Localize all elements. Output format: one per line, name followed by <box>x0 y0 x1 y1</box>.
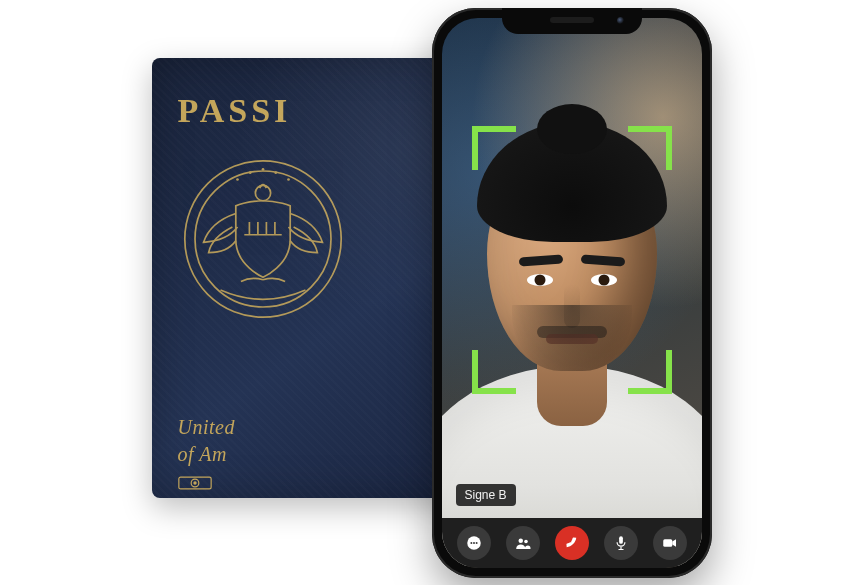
svg-point-20 <box>518 538 523 543</box>
svg-rect-22 <box>619 536 623 544</box>
microphone-icon <box>612 534 630 552</box>
passport-country-text: United of Am <box>178 414 235 468</box>
svg-point-21 <box>524 539 528 543</box>
phone-screen: Signe B <box>442 18 702 568</box>
hangup-icon <box>563 534 581 552</box>
svg-rect-25 <box>663 539 672 547</box>
passport-seal-icon <box>178 154 348 324</box>
composition: PASSI <box>152 8 712 578</box>
end-call-button[interactable] <box>555 526 589 560</box>
svg-point-19 <box>475 542 477 544</box>
participants-button[interactable] <box>506 526 540 560</box>
svg-point-7 <box>255 185 270 200</box>
svg-point-15 <box>193 481 196 484</box>
biometric-chip-icon <box>178 476 212 490</box>
camera-button[interactable] <box>653 526 687 560</box>
microphone-button[interactable] <box>604 526 638 560</box>
chat-icon <box>465 534 483 552</box>
video-camera-icon <box>661 534 679 552</box>
svg-point-9 <box>248 171 251 174</box>
svg-point-12 <box>287 178 290 181</box>
chat-button[interactable] <box>457 526 491 560</box>
video-call-feed: Signe B <box>442 18 702 568</box>
svg-point-8 <box>236 178 239 181</box>
svg-point-11 <box>274 171 277 174</box>
svg-rect-24 <box>618 549 623 550</box>
svg-point-10 <box>261 167 264 170</box>
phone-notch <box>502 8 642 34</box>
svg-point-18 <box>473 542 475 544</box>
passport-cover: PASSI <box>152 58 472 498</box>
caller-name-label: Signe B <box>456 484 516 506</box>
front-camera-icon <box>617 17 624 24</box>
smartphone-frame: Signe B <box>432 8 712 578</box>
svg-point-17 <box>470 542 472 544</box>
svg-rect-23 <box>620 546 621 548</box>
passport-title: PASSI <box>178 92 446 130</box>
call-toolbar <box>442 518 702 568</box>
person-portrait <box>452 116 692 536</box>
people-icon <box>514 534 532 552</box>
